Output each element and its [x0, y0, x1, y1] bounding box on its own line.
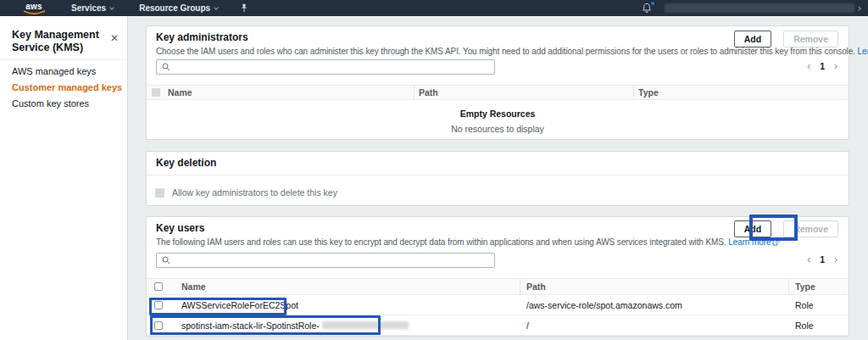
aws-logo[interactable]: aws	[22, 2, 46, 15]
account-menu-redacted[interactable]	[665, 3, 854, 13]
cell-type: Role	[795, 315, 814, 335]
kms-sidebar: Key Management Service (KMS) ✕ AWS manag…	[0, 16, 128, 340]
notifications-button[interactable]	[642, 3, 652, 14]
key-deletion-title: Key deletion	[156, 157, 216, 169]
next-page-icon[interactable]: ›	[834, 254, 837, 265]
key-users-section: Key users The following IAM users and ro…	[146, 216, 849, 337]
key-users-description: The following IAM users and roles can us…	[156, 237, 780, 248]
chevron-down-icon	[214, 5, 219, 10]
top-navbar: aws Services Resource Groups	[0, 0, 868, 16]
column-path: Path	[419, 86, 438, 99]
add-button[interactable]: Add	[734, 220, 771, 237]
aws-smile-icon	[23, 10, 45, 15]
cell-path: /	[526, 315, 529, 335]
pagination: ‹ 1 ›	[807, 61, 837, 71]
previous-page-icon[interactable]: ‹	[807, 61, 810, 71]
column-type: Type	[638, 86, 659, 99]
cell-path: /aws-service-role/spot.amazonaws.com	[526, 295, 682, 315]
chevron-down-icon	[109, 5, 114, 10]
key-administrators-search[interactable]	[156, 59, 495, 75]
notification-badge	[651, 2, 654, 5]
key-administrators-description: Choose the IAM users and roles who can a…	[156, 47, 868, 57]
row-checkbox[interactable]	[154, 321, 163, 330]
nav-resource-groups-menu[interactable]: Resource Groups	[139, 3, 218, 13]
sidebar-nav: AWS managed keys Customer managed keys C…	[12, 64, 124, 112]
row-checkbox[interactable]	[154, 301, 163, 309]
allow-deletion-label: Allow key administrators to delete this …	[172, 187, 337, 198]
sidebar-item-custom-key-stores[interactable]: Custom key stores	[12, 96, 124, 112]
pin-icon	[240, 3, 248, 13]
add-button[interactable]: Add	[734, 31, 771, 47]
next-page-icon[interactable]: ›	[834, 61, 837, 71]
learn-more-link[interactable]: Learn more	[728, 237, 771, 247]
key-users-title: Key users	[156, 222, 204, 234]
page-number[interactable]: 1	[820, 61, 825, 71]
empty-state: Empty Resources No resources to display	[147, 109, 849, 134]
select-all-checkbox[interactable]	[154, 282, 163, 291]
key-administrators-title: Key administrators	[156, 31, 248, 43]
empty-state-title: Empty Resources	[147, 109, 849, 119]
empty-state-message: No resources to display	[147, 124, 849, 134]
column-divider	[633, 86, 634, 99]
nav-services-menu[interactable]: Services	[71, 3, 114, 13]
remove-button[interactable]: Remove	[783, 31, 838, 47]
table-row: spotinst-iam-stack-lir-SpotinstRole- / R…	[147, 315, 849, 336]
sidebar-close-icon[interactable]: ✕	[110, 33, 119, 43]
allow-deletion-checkbox[interactable]	[155, 188, 164, 198]
sidebar-item-customer-managed-keys[interactable]: Customer managed keys	[12, 80, 124, 96]
pin-shortcut-button[interactable]	[240, 3, 248, 13]
key-users-search[interactable]	[156, 253, 495, 268]
sidebar-title: Key Management Service (KMS)	[12, 29, 107, 54]
key-administrators-section: Key administrators Choose the IAM users …	[146, 25, 849, 140]
key-users-actions: Add Remove	[734, 220, 838, 237]
bell-icon	[642, 3, 652, 14]
column-name: Name	[181, 279, 206, 294]
search-input[interactable]	[175, 256, 489, 265]
key-administrators-actions: Add Remove	[734, 31, 838, 47]
table-row: AWSServiceRoleForEC2Spot /aws-service-ro…	[147, 295, 849, 315]
sidebar-divider	[0, 59, 127, 60]
table-header: Name Path Type	[147, 278, 849, 295]
chevron-icon	[856, 6, 861, 11]
previous-page-icon[interactable]: ‹	[807, 254, 810, 265]
aws-kms-console: aws Services Resource Groups	[0, 0, 868, 340]
search-input[interactable]	[175, 63, 489, 72]
table-header: Name Path Type	[147, 85, 849, 100]
cell-name: AWSServiceRoleForEC2Spot	[181, 295, 298, 315]
learn-more-link[interactable]: Learn more	[858, 47, 868, 56]
column-type: Type	[795, 279, 815, 294]
search-icon	[162, 63, 170, 71]
cell-name: spotinst-iam-stack-lir-SpotinstRole-	[181, 315, 409, 335]
key-deletion-section: Key deletion Allow key administrators to…	[146, 151, 849, 206]
page-number[interactable]: 1	[820, 254, 825, 265]
external-link-icon	[772, 238, 780, 248]
cell-name-text: spotinst-iam-stack-lir-SpotinstRole-	[181, 320, 320, 331]
nav-resource-groups-label: Resource Groups	[139, 3, 210, 13]
redacted-text	[322, 321, 409, 329]
column-name: Name	[168, 86, 192, 99]
cell-type: Role	[795, 295, 814, 315]
remove-button[interactable]: Remove	[783, 220, 838, 237]
sidebar-item-aws-managed-keys[interactable]: AWS managed keys	[12, 64, 124, 80]
nav-services-label: Services	[71, 3, 106, 13]
description-text: Choose the IAM users and roles who can a…	[156, 47, 855, 56]
select-all-checkbox[interactable]	[152, 88, 160, 97]
column-path: Path	[526, 279, 546, 294]
divider	[147, 175, 849, 176]
column-divider	[414, 86, 415, 99]
description-text: The following IAM users and roles can us…	[156, 237, 726, 247]
search-icon	[162, 256, 170, 265]
column-divider	[788, 279, 789, 294]
pagination: ‹ 1 ›	[807, 254, 837, 265]
key-deletion-option: Allow key administrators to delete this …	[155, 187, 337, 198]
navbar-right	[642, 0, 860, 16]
column-divider	[520, 279, 520, 294]
